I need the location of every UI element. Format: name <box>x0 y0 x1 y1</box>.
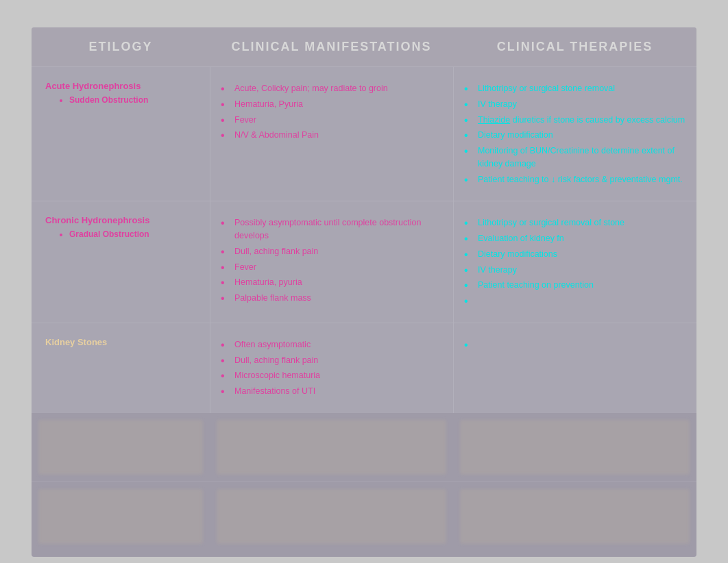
kidney-manifest-3: Microscopic hematuria <box>221 368 443 384</box>
image-cell-2a <box>32 482 210 557</box>
chronic-etiology-cell: Chronic Hydronephrosis Gradual Obstructi… <box>32 201 210 323</box>
chronic-subtitle: Gradual Obstruction <box>69 229 199 239</box>
acute-etiology-cell: Acute Hydronephrosis Sudden Obstruction <box>32 67 210 201</box>
header-row: ETILOGY CLINICAL MANIFESTATIONS CLINICAL… <box>32 27 696 66</box>
chronic-therapy-4: IV therapy <box>464 262 686 278</box>
blurred-image-1c <box>460 420 690 475</box>
chronic-subtitle-list: Gradual Obstruction <box>69 229 199 239</box>
acute-therapy-4: Dietary modification <box>464 127 686 143</box>
header-etiology: ETILOGY <box>32 34 210 60</box>
image-row-2 <box>32 481 696 557</box>
acute-subtitle: Sudden Obstruction <box>69 95 199 105</box>
kidney-therapies-list <box>464 337 686 353</box>
header-therapies: CLINICAL THERAPIES <box>453 34 696 60</box>
acute-row: Acute Hydronephrosis Sudden Obstruction … <box>32 66 696 201</box>
chronic-manifestations-list: Possibly asymptomatic until complete obs… <box>221 215 443 306</box>
acute-therapies-cell: Lithotripsy or surgical stone removal IV… <box>453 67 696 201</box>
acute-manifest-4: N/V & Abdominal Pain <box>221 127 443 143</box>
image-row-1 <box>32 413 696 481</box>
chronic-therapy-3: Dietary modifications <box>464 247 686 262</box>
chronic-manifestations-cell: Possibly asymptomatic until complete obs… <box>210 201 453 323</box>
blurred-image-1b <box>217 420 446 475</box>
blurred-image-2c <box>460 489 690 544</box>
kidney-row: Kidney Stones Often asymptomatic Dull, a… <box>32 323 696 413</box>
acute-manifest-1: Acute, Colicky pain; may radiate to groi… <box>221 81 443 97</box>
kidney-therapy-empty <box>464 337 686 353</box>
chronic-row: Chronic Hydronephrosis Gradual Obstructi… <box>32 201 696 323</box>
main-container: ETILOGY CLINICAL MANIFESTATIONS CLINICAL… <box>32 27 696 557</box>
chronic-manifest-5: Palpable flank mass <box>221 290 443 306</box>
chronic-therapies-list: Lithotripsy or surgical removal of stone… <box>464 215 686 309</box>
kidney-manifest-4: Manifestations of UTI <box>221 384 443 399</box>
kidney-manifestations-cell: Often asymptomatic Dull, aching flank pa… <box>210 323 453 413</box>
image-cell-1c <box>453 413 696 481</box>
acute-therapy-6: Patient teaching to ↓ risk factors & pre… <box>464 172 686 188</box>
kidney-etiology-cell: Kidney Stones <box>32 323 210 413</box>
acute-subtitle-list: Sudden Obstruction <box>69 95 199 105</box>
acute-therapy-3: Thiazide diuretics if stone is caused by… <box>464 112 686 128</box>
content-area: ETILOGY CLINICAL MANIFESTATIONS CLINICAL… <box>32 27 696 557</box>
acute-manifest-3: Fever <box>221 112 443 128</box>
kidney-title: Kidney Stones <box>45 337 199 347</box>
image-cell-1b <box>210 413 453 481</box>
acute-therapy-5: Monitoring of BUN/Creatinine to determin… <box>464 143 686 172</box>
image-cell-2b <box>210 482 453 557</box>
blurred-image-2b <box>217 489 446 544</box>
blurred-image-1a <box>38 420 203 475</box>
kidney-therapies-cell <box>453 323 696 413</box>
kidney-manifestations-list: Often asymptomatic Dull, aching flank pa… <box>221 337 443 399</box>
chronic-manifest-3: Fever <box>221 260 443 275</box>
acute-manifestations-cell: Acute, Colicky pain; may radiate to groi… <box>210 67 453 201</box>
chronic-therapy-5: Patient teaching on prevention <box>464 277 686 293</box>
chronic-manifest-4: Hematuria, pyuria <box>221 275 443 290</box>
chronic-therapy-2: Evaluation of kidney fn <box>464 231 686 247</box>
chronic-therapy-1: Lithotripsy or surgical removal of stone <box>464 215 686 231</box>
image-cell-1a <box>32 413 210 481</box>
acute-title: Acute Hydronephrosis <box>45 81 199 91</box>
chronic-manifest-2: Dull, aching flank pain <box>221 244 443 260</box>
acute-therapies-list: Lithotripsy or surgical stone removal IV… <box>464 81 686 187</box>
acute-manifestations-list: Acute, Colicky pain; may radiate to groi… <box>221 81 443 143</box>
acute-therapy-2: IV therapy <box>464 97 686 112</box>
chronic-title: Chronic Hydronephrosis <box>45 215 199 225</box>
header-manifestations: CLINICAL MANIFESTATIONS <box>210 34 453 60</box>
chronic-therapies-cell: Lithotripsy or surgical removal of stone… <box>453 201 696 323</box>
kidney-manifest-1: Often asymptomatic <box>221 337 443 353</box>
acute-manifest-2: Hematuria, Pyuria <box>221 97 443 112</box>
image-cell-2c <box>453 482 696 557</box>
chronic-manifest-1: Possibly asymptomatic until complete obs… <box>221 215 443 244</box>
chronic-therapy-bullet-empty <box>464 293 686 309</box>
blurred-image-2a <box>38 489 203 544</box>
kidney-manifest-2: Dull, aching flank pain <box>221 353 443 368</box>
acute-therapy-1: Lithotripsy or surgical stone removal <box>464 81 686 97</box>
